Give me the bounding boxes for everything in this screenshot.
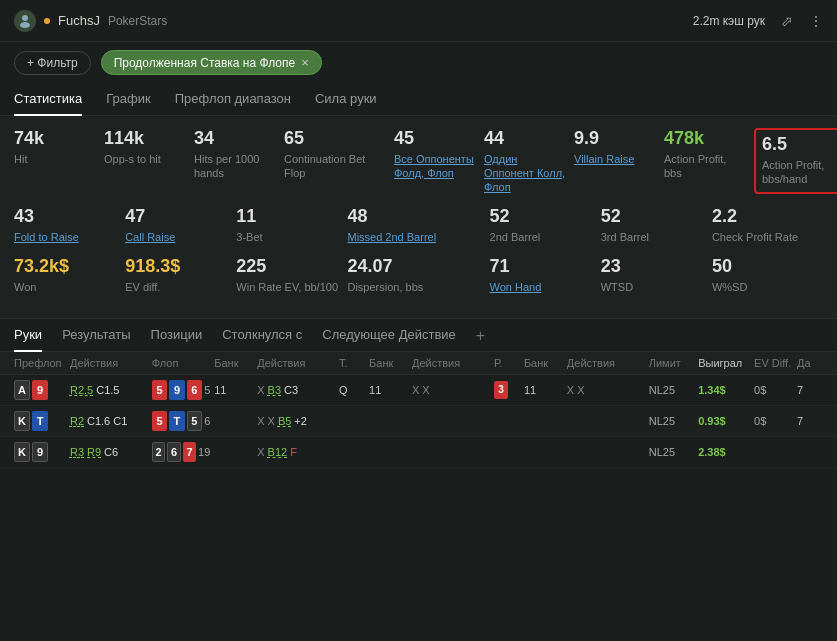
limit-1: NL25	[649, 384, 694, 396]
stat-opp-to-hit-label: Opp-s to hit	[104, 152, 186, 166]
active-filter-label: Продолженная Ставка на Флопе	[114, 56, 296, 70]
stat-won-hand-label[interactable]: Won Hand	[490, 280, 593, 294]
turn-actions-1: X X	[412, 384, 490, 396]
th-actions-3: Действия	[412, 357, 490, 369]
stat-wpct-sd-value: 50	[712, 256, 815, 278]
active-filter-button[interactable]: Продолженная Ставка на Флопе ×	[101, 50, 322, 75]
stat-2nd-barrel-label: 2nd Barrel	[490, 230, 593, 244]
main-tabs: Статистика График Префлоп диапазон Сила …	[0, 83, 837, 116]
stat-opp-to-hit: 114k Opp-s to hit	[104, 128, 194, 194]
action: X	[577, 384, 584, 396]
stat-fold-to-raise: 43 Fold to Raise	[14, 206, 125, 244]
stat-action-profit: 478k Action Profit, bbs	[664, 128, 754, 194]
stat-all-opp-value: 45	[394, 128, 476, 150]
stat-call-raise-label[interactable]: Call Raise	[125, 230, 228, 244]
th-won: Выиграл	[698, 357, 750, 369]
bottom-tabs: Руки Результаты Позиции Столкнулся с Сле…	[0, 319, 837, 352]
card: 9	[32, 442, 48, 462]
stat-ev-diff-value: 918.3$	[125, 256, 228, 278]
action: F	[290, 446, 297, 458]
stats-section: 74k Hit 114k Opp-s to hit 34 Hits per 10…	[0, 116, 837, 318]
stat-won-hand-value: 71	[490, 256, 593, 278]
stat-fold-to-raise-label[interactable]: Fold to Raise	[14, 230, 117, 244]
stat-wtsd: 23 WTSD	[601, 256, 712, 294]
action: X	[422, 384, 429, 396]
svg-point-1	[20, 22, 30, 28]
action: C6	[104, 446, 118, 458]
table-row[interactable]: K 9 R3 R9 C6 2 6 7 19 X B12 F NL25 2.38$	[0, 437, 837, 468]
add-filter-button[interactable]: + Фильтр	[14, 51, 91, 75]
username: FuchsJ	[58, 13, 100, 28]
stat-missed-2nd-label[interactable]: Missed 2nd Barrel	[347, 230, 481, 244]
stat-missed-2nd-value: 48	[347, 206, 481, 228]
menu-icon[interactable]: ⋮	[809, 13, 823, 29]
stat-call-raise: 47 Call Raise	[125, 206, 236, 244]
th-bank-2: Банк	[369, 357, 408, 369]
header-right: 2.2m кэш рук ⬀ ⋮	[693, 13, 823, 29]
hand-count: 2.2m кэш рук	[693, 14, 765, 28]
stat-three-bet: 11 3-Bet	[236, 206, 347, 244]
add-filter-label: + Фильтр	[27, 56, 78, 70]
card: 6	[167, 442, 181, 462]
stat-action-profit-hand-label: Action Profit, bbs/hand	[762, 158, 837, 187]
action: B5	[278, 415, 291, 427]
stat-wpct-sd: 50 W%SD	[712, 256, 823, 294]
bottom-tab-next-action[interactable]: Следующее Действие	[322, 327, 456, 352]
stat-hit-label: Hit	[14, 152, 96, 166]
stats-row-1: 74k Hit 114k Opp-s to hit 34 Hits per 10…	[14, 128, 823, 194]
action: R9	[87, 446, 101, 458]
tab-graph[interactable]: График	[106, 83, 150, 116]
avatar	[14, 10, 36, 32]
stat-one-opp-label[interactable]: Оддин Оппонент Колл, Флоп	[484, 152, 566, 195]
bank-turn-1: 11	[369, 384, 408, 396]
th-river: Р.	[494, 357, 520, 369]
tab-preflop[interactable]: Префлоп диапазон	[175, 83, 291, 116]
tab-statistics[interactable]: Статистика	[14, 83, 82, 116]
stat-3rd-barrel: 52 3rd Barrel	[601, 206, 712, 244]
card: K	[14, 442, 30, 462]
card: 6	[187, 380, 202, 400]
flop-actions-2: X X B5 +2	[257, 415, 335, 427]
card: T	[169, 411, 184, 431]
th-actions-2: Действия	[257, 357, 335, 369]
th-turn: Т.	[339, 357, 365, 369]
stat-win-rate: 225 Win Rate EV, bb/100	[236, 256, 347, 294]
da-2: 7	[797, 415, 823, 427]
close-filter-icon[interactable]: ×	[301, 55, 309, 70]
action: B12	[268, 446, 288, 458]
stat-action-profit-value: 478k	[664, 128, 746, 150]
th-bank-1: Банк	[214, 357, 253, 369]
stat-villain-raise-label[interactable]: Villain Raise	[574, 152, 656, 166]
table-row[interactable]: K T R2 C1.6 C1 5 T 5 6 X X B5 +2 NL25 0.…	[0, 406, 837, 437]
bottom-tab-hands[interactable]: Руки	[14, 327, 42, 352]
action: X	[567, 384, 574, 396]
card: 2	[152, 442, 166, 462]
bottom-tab-positions[interactable]: Позиции	[151, 327, 203, 352]
turn-card-1: Q	[339, 384, 365, 396]
stat-all-opp-label[interactable]: Все Оппоненты Фолд, Флоп	[394, 152, 476, 181]
stat-villain-raise-value: 9.9	[574, 128, 656, 150]
stat-hits-per-1000-label: Hits per 1000 hands	[194, 152, 276, 181]
tab-hand-strength[interactable]: Сила руки	[315, 83, 377, 116]
export-icon[interactable]: ⬀	[781, 13, 793, 29]
action: X	[268, 415, 275, 427]
stat-cont-bet-flop-value: 65	[284, 128, 386, 150]
bottom-tab-faced[interactable]: Столкнулся с	[222, 327, 302, 352]
action: C1.5	[96, 384, 119, 396]
th-limit: Лимит	[649, 357, 694, 369]
stat-action-profit-hand: 6.5 Action Profit, bbs/hand	[754, 128, 837, 194]
flop-cards-2: 5 T 5 6	[152, 411, 210, 431]
add-tab-button[interactable]: +	[476, 327, 485, 351]
th-da: Да	[797, 357, 823, 369]
hands-table: Префлоп Действия Флоп Банк Действия Т. Б…	[0, 352, 837, 468]
action: X	[257, 415, 264, 427]
card: 7	[183, 442, 196, 462]
action: R2	[70, 415, 84, 427]
stat-dispersion-value: 24.07	[347, 256, 481, 278]
stat-wpct-sd-label: W%SD	[712, 280, 815, 294]
table-row[interactable]: A 9 R2.5 C1.5 5 9 6 5 11 X B3 C3 Q 11 X …	[0, 375, 837, 406]
bottom-tab-results[interactable]: Результаты	[62, 327, 130, 352]
stat-action-profit-label: Action Profit, bbs	[664, 152, 746, 181]
card: Q	[339, 384, 348, 396]
stat-dispersion-label: Dispersion, bbs	[347, 280, 481, 294]
